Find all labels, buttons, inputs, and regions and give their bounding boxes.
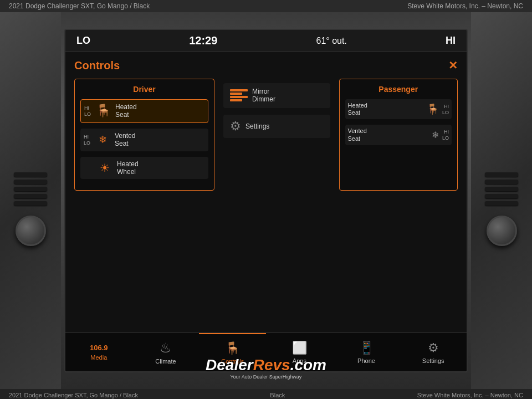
main-wrapper: LO 12:29 61° out. HI Controls ✕ Driver <box>0 12 532 389</box>
top-bar: 2021 Dodge Challenger SXT, Go Mango / Bl… <box>0 0 532 12</box>
vent-slat <box>14 172 47 177</box>
screen-bezel: LO 12:29 61° out. HI Controls ✕ Driver <box>64 29 468 372</box>
controls-header: Controls ✕ <box>74 59 458 72</box>
watermark-logo-text: Dealer <box>206 356 253 374</box>
bottom-info-left: 2021 Dodge Challenger SXT, Go Mango / Bl… <box>9 392 138 398</box>
nav-item-phone[interactable]: 📱 Phone <box>333 333 400 371</box>
right-vent <box>471 12 532 389</box>
vent-slat <box>14 201 47 206</box>
mirror-dimmer-label: MirrorDimmer <box>252 88 275 104</box>
settings-nav-icon: ⚙ <box>428 341 439 355</box>
right-vent-slats <box>485 172 518 206</box>
heated-wheel-label: HeatedWheel <box>117 160 139 176</box>
vent-slat <box>485 187 518 191</box>
pass-vented-seat-label: VentedSeat <box>348 127 428 142</box>
left-vent-slats <box>14 172 47 206</box>
pass-vented-seat-icon: ❄ <box>432 130 439 140</box>
apps-icon: ⬜ <box>292 341 307 355</box>
bottom-info-bar: 2021 Dodge Challenger SXT, Go Mango / Bl… <box>0 389 532 399</box>
hi-lo-indicator: HI LO <box>84 105 91 117</box>
nav-item-settings[interactable]: ⚙ Settings <box>400 333 467 371</box>
driver-panel-title: Driver <box>80 85 208 94</box>
vent-slat <box>14 194 47 198</box>
pass-hi-lo: HI LO <box>442 104 449 115</box>
hi-lo-indicator-vented: HI LO <box>84 134 90 146</box>
heated-seat-label: HeatedSeat <box>115 103 137 119</box>
watermark-logo: DealerRevs.com <box>206 356 326 374</box>
controls-nav-icon: 🪑 <box>225 341 240 356</box>
settings-icon: ⚙ <box>230 119 241 134</box>
outside-temp: 61° out. <box>316 36 347 46</box>
left-vent-content <box>0 156 61 246</box>
pass-heated-seat-label: HeatedSeat <box>348 102 423 116</box>
heated-seat-passenger[interactable]: HeatedSeat 🪑 HI LO <box>345 99 452 119</box>
heated-wheel-driver[interactable]: ☀ HeatedWheel <box>80 157 208 180</box>
bottom-color: Black <box>270 392 285 398</box>
driver-panel: Driver HI LO 🪑 HeatedSeat <box>74 79 214 191</box>
left-knob[interactable] <box>16 216 46 246</box>
lo-label: LO <box>76 35 90 47</box>
heated-wheel-icon: ☀ <box>97 161 112 175</box>
vent-slat <box>485 180 518 184</box>
pass-heated-seat-icon: 🪑 <box>427 103 439 115</box>
nav-item-climate[interactable]: ♨ Climate <box>132 333 200 371</box>
phone-icon: 📱 <box>359 341 374 355</box>
vented-seat-label: VentedSeat <box>115 132 135 148</box>
watermark-logo-suffix: .com <box>290 356 326 374</box>
mirror-dimmer-icon <box>230 89 248 101</box>
heated-seat-driver[interactable]: HI LO 🪑 HeatedSeat <box>80 99 208 123</box>
vent-slat <box>485 194 518 198</box>
screen-outer: LO 12:29 61° out. HI Controls ✕ Driver <box>61 12 471 389</box>
settings-button[interactable]: ⚙ Settings <box>223 115 330 138</box>
watermark: DealerRevs.com Your Auto Dealer SuperHig… <box>206 356 326 380</box>
climate-label: Climate <box>155 358 176 365</box>
hi-label: HI <box>446 35 456 47</box>
settings-nav-label: Settings <box>422 357 444 364</box>
vented-seat-passenger[interactable]: VentedSeat ❄ HI LO <box>345 125 452 145</box>
nav-item-media[interactable]: 106.9 Media <box>65 333 132 371</box>
media-label: Media <box>90 354 107 361</box>
phone-label: Phone <box>357 357 375 364</box>
top-bar-right: Steve White Motors, Inc. – Newton, NC <box>407 2 523 10</box>
right-knob[interactable] <box>487 216 517 246</box>
mirror-dimmer[interactable]: MirrorDimmer <box>223 83 330 108</box>
middle-controls: MirrorDimmer ⚙ Settings <box>223 79 330 191</box>
vent-slat <box>485 172 518 177</box>
bottom-info-right: Steve White Motors, Inc. – Newton, NC <box>417 392 523 398</box>
watermark-tagline: Your Auto Dealer SuperHighway <box>206 374 326 380</box>
close-button[interactable]: ✕ <box>448 59 458 72</box>
time-display: 12:29 <box>189 34 217 47</box>
controls-title: Controls <box>74 59 120 72</box>
vent-slat <box>485 201 518 206</box>
screen-content: Controls ✕ Driver HI LO <box>65 52 467 332</box>
vent-slat <box>14 187 47 191</box>
heated-seat-icon: 🪑 <box>95 104 111 118</box>
vent-slat <box>14 180 47 184</box>
watermark-logo-accent: Revs <box>253 356 290 374</box>
climate-icon: ♨ <box>160 340 172 356</box>
top-bar-left: 2021 Dodge Challenger SXT, Go Mango / Bl… <box>9 2 150 10</box>
passenger-panel: Passenger HeatedSeat 🪑 HI LO <box>339 79 458 191</box>
vented-seat-driver[interactable]: HI LO ❄ VentedSeat <box>80 129 208 151</box>
vented-seat-icon: ❄ <box>95 134 110 146</box>
right-vent-content <box>471 156 532 246</box>
passenger-panel-title: Passenger <box>345 85 452 94</box>
controls-grid: Driver HI LO 🪑 HeatedSeat <box>74 79 458 191</box>
settings-label: Settings <box>245 122 269 130</box>
left-vent <box>0 12 61 389</box>
pass-vented-hi-lo: HI LO <box>442 129 449 141</box>
media-freq: 106.9 <box>90 344 108 352</box>
screen-header: LO 12:29 61° out. HI <box>65 30 467 52</box>
